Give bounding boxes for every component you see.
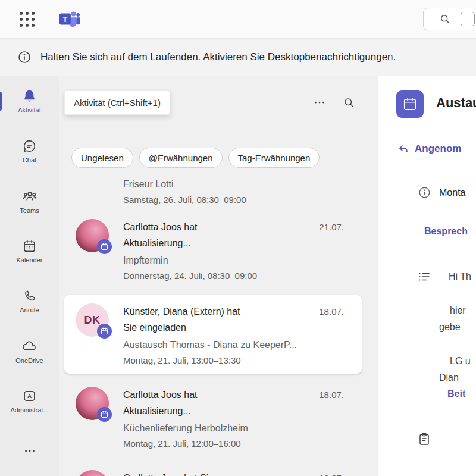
activity-title: Carllotta Joos hat Sie [123, 470, 314, 476]
search-input[interactable] [423, 8, 476, 30]
app-rail: Aktivität Chat [0, 76, 60, 476]
activity-subject: Friseur Lotti [123, 176, 344, 192]
activity-timestamp: 18.07. [319, 387, 344, 403]
sidebar-item-label: Chat [23, 156, 36, 164]
activity-text: Carllotta Joos hat Aktualisierung... Imp… [123, 219, 344, 293]
info-icon [418, 186, 431, 199]
activity-title: Carllotta Joos hat [123, 387, 314, 403]
activity-timestamp: 21.07. [319, 219, 344, 235]
activity-date: Samstag, 26. Juli, 08:30–09:00 [123, 192, 344, 208]
list-item[interactable]: Friseur Lotti Samstag, 26. Juli, 08:30–0… [60, 173, 378, 209]
activity-subject: Austausch Thomas - Diana zu KeeperP... [123, 337, 314, 353]
calendar-icon [22, 239, 37, 253]
activity-text: Carllotta Joos hat Sie [123, 470, 344, 476]
rsvp-status-label: Angenom [415, 143, 461, 155]
phone-icon [22, 289, 37, 303]
calendar-badge-icon [97, 324, 112, 339]
calendar-badge-icon [97, 407, 112, 422]
search-icon [439, 13, 451, 25]
avatar [76, 387, 109, 420]
sidebar-item-label: OneDrive [15, 357, 43, 364]
activity-text: Carllotta Joos hat Aktualisierung... Küc… [123, 387, 344, 461]
main-area: Aktivität Chat [0, 76, 476, 476]
sidebar-item-label: Kalender [16, 256, 42, 264]
event-date-text: Monta [439, 187, 465, 198]
svg-text:A: A [27, 393, 32, 399]
message-body-line: Hi Th [449, 271, 471, 282]
activity-title: Künstler, Diana (Extern) hat [123, 303, 314, 320]
activity-timestamp: 18.07. [319, 470, 344, 476]
avatar [76, 219, 109, 252]
notes-clipboard-icon [417, 432, 431, 446]
avatar [76, 470, 109, 476]
join-meeting-link[interactable]: Beit [447, 389, 465, 399]
filter-unread[interactable]: Ungelesen [71, 148, 133, 168]
activity-subject: Küchenlieferung Herbolzheim [123, 420, 314, 436]
app-launcher-icon[interactable] [20, 12, 35, 27]
sidebar-item-calls[interactable]: Anrufe [0, 276, 59, 326]
activity-feed-panel: Aktivität (Ctrl+Shift+1) Ungelesen @Erwä… [60, 76, 378, 476]
sidebar-item-label: Anrufe [20, 306, 39, 314]
filter-mentions[interactable]: @Erwähnungen [139, 148, 223, 168]
agenda-list-icon [417, 270, 431, 284]
activity-date: Montag, 21. Juli, 13:00–13:30 [123, 353, 314, 368]
teams-logo: T [58, 9, 81, 29]
feed-filters: Ungelesen @Erwähnungen Tag-Erwähnungen [71, 148, 378, 168]
admin-icon: A [22, 389, 37, 403]
sidebar-item-label: Aktivität [18, 107, 41, 114]
list-item[interactable]: Carllotta Joos hat Aktualisierung... Küc… [60, 377, 378, 461]
event-calendar-icon [396, 90, 424, 118]
rsvp-status-button[interactable]: Angenom [397, 143, 461, 155]
sidebar-item-label: Administrat... [10, 406, 48, 414]
people-icon [22, 189, 37, 204]
sidebar-more-button[interactable] [0, 426, 59, 476]
reply-arrow-icon [397, 143, 409, 155]
event-detail-panel: Austau Angenom Monta Besprech [378, 76, 476, 476]
activity-title: Aktualisierung... [123, 235, 314, 251]
activity-subject: Impftermin [123, 252, 314, 268]
sidebar-item-label: Teams [20, 207, 39, 214]
message-body-line: LG u [450, 356, 471, 367]
sidebar-item-admin[interactable]: A Administrat... [0, 376, 59, 426]
sidebar-item-activity[interactable]: Aktivität [0, 76, 59, 126]
feed-more-icon[interactable] [313, 96, 326, 109]
activity-title: Sie eingeladen [123, 320, 314, 336]
feed-search-icon[interactable] [343, 96, 355, 109]
message-body-line: hier [450, 305, 466, 316]
list-item[interactable]: Carllotta Joos hat Sie 18.07. [60, 461, 378, 476]
activity-title: Aktualisierung... [123, 403, 314, 419]
avatar: DK [76, 303, 109, 337]
message-body-line: gebe [439, 322, 461, 333]
divider [378, 134, 476, 134]
activity-title: Carllotta Joos hat [123, 219, 314, 235]
message-body-line: Dian [439, 372, 459, 383]
chat-icon [22, 139, 37, 154]
filter-tag-mentions[interactable]: Tag-Erwähnungen [228, 148, 320, 168]
teams-app: T Halten Sie sich auf dem Laufenden. Akt… [0, 0, 476, 476]
banner-text: Halten Sie sich auf dem Laufenden. Aktiv… [40, 51, 396, 63]
cloud-icon [21, 338, 37, 354]
activity-timestamp: 18.07. [319, 303, 344, 320]
sidebar-item-calendar[interactable]: Kalender [0, 226, 59, 276]
info-icon [18, 51, 31, 64]
meeting-link[interactable]: Besprech [424, 226, 468, 237]
activity-date: Montag, 21. Juli, 12:00–16:00 [123, 436, 314, 452]
calendar-badge-icon [97, 239, 112, 254]
search-shortcut-hint [461, 12, 475, 26]
list-item-selected[interactable]: DK Künstler, Diana (Extern) hat Sie eing… [64, 295, 362, 374]
bell-icon [22, 89, 37, 104]
svg-text:T: T [62, 15, 67, 24]
event-title: Austau [436, 95, 476, 111]
feed-actions [313, 96, 355, 109]
more-icon [23, 444, 36, 458]
list-item[interactable]: Carllotta Joos hat Aktualisierung... Imp… [60, 209, 378, 293]
sidebar-item-chat[interactable]: Chat [0, 126, 59, 176]
notification-banner: Halten Sie sich auf dem Laufenden. Aktiv… [0, 38, 476, 76]
sidebar-item-onedrive[interactable]: OneDrive [0, 326, 59, 376]
activity-list: Friseur Lotti Samstag, 26. Juli, 08:30–0… [60, 173, 378, 476]
activity-date: Donnerstag, 24. Juli, 08:30–09:00 [123, 268, 314, 284]
activity-tooltip: Aktivität (Ctrl+Shift+1) [64, 90, 170, 115]
top-bar: T [0, 0, 476, 38]
sidebar-item-teams[interactable]: Teams [0, 176, 59, 226]
activity-text: Künstler, Diana (Extern) hat Sie eingela… [123, 303, 344, 374]
